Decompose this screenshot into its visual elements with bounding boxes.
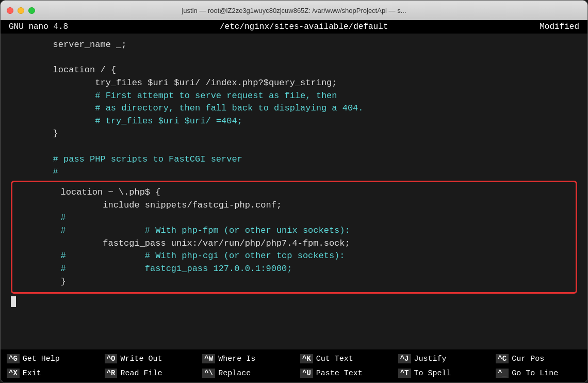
- shortcut-go-to-line[interactable]: ^_ Go To Line: [492, 366, 585, 380]
- code-line: }: [19, 276, 569, 289]
- shortcut-key: ^K: [300, 354, 313, 363]
- editor-area[interactable]: server_name _; location / { try_files $u…: [1, 34, 587, 349]
- nano-version: GNU nano 4.8: [9, 22, 68, 31]
- shortcut-label: To Spell: [414, 369, 451, 378]
- code-line: include snippets/fastcgi-php.conf;: [19, 199, 569, 212]
- close-button[interactable]: [7, 7, 13, 14]
- shortcut-group-4: ^K Cut Text ^U Paste Text: [294, 352, 392, 380]
- cursor-line: [11, 296, 577, 309]
- shortcut-label: Get Help: [23, 355, 60, 363]
- shortcut-group-3: ^W Where Is ^\ Replace: [196, 352, 294, 380]
- shortcut-to-spell[interactable]: ^T To Spell: [394, 366, 488, 380]
- window-title: justin — root@iZ2ze3g1wuyc80zjcuw865Z: /…: [182, 7, 406, 14]
- shortcut-cur-pos[interactable]: ^C Cur Pos: [492, 352, 585, 366]
- code-content: server_name _; location / { try_files $u…: [11, 39, 577, 309]
- shortcut-group-6: ^C Cur Pos ^_ Go To Line: [489, 352, 587, 380]
- shortcut-cut-text[interactable]: ^K Cut Text: [296, 352, 390, 366]
- shortcut-key: ^\: [202, 369, 215, 378]
- shortcut-key: ^O: [105, 354, 118, 363]
- shortcut-key: ^_: [496, 369, 509, 378]
- shortcut-label: Write Out: [120, 355, 162, 363]
- shortcut-exit[interactable]: ^X Exit: [3, 366, 96, 380]
- shortcut-label: Justify: [414, 355, 447, 363]
- code-line: # # With php-fpm (or other unix sockets)…: [19, 225, 569, 237]
- traffic-lights: [7, 7, 35, 14]
- shortcut-replace[interactable]: ^\ Replace: [198, 366, 292, 380]
- nano-status: Modified: [540, 22, 579, 31]
- code-line: try_files $uri $uri/ /index.php?$query_s…: [11, 77, 577, 90]
- shortcut-key: ^C: [496, 354, 509, 363]
- shortcut-key: ^G: [7, 354, 20, 363]
- code-line: # pass PHP scripts to FastCGI server: [11, 153, 577, 166]
- shortcut-label: Exit: [23, 369, 41, 378]
- shortcut-label: Cut Text: [316, 355, 353, 363]
- shortcut-group-1: ^G Get Help ^X Exit: [1, 352, 99, 380]
- shortcut-get-help: ^G Get Help: [3, 352, 96, 366]
- empty-line: [11, 52, 577, 65]
- shortcut-key: ^R: [105, 369, 118, 378]
- shortcut-key: ^J: [398, 354, 411, 363]
- code-line: fastcgi_pass unix:/var/run/php/php7.4-fp…: [19, 237, 569, 250]
- shortcut-label: Replace: [218, 369, 251, 378]
- shortcut-row-wrapper: ^G Get Help ^X Exit ^O Write Out ^R Read…: [1, 349, 587, 382]
- maximize-button[interactable]: [28, 7, 35, 14]
- code-line: # # With php-cgi (or other tcp sockets):: [19, 250, 569, 263]
- shortcut-key: ^T: [398, 369, 411, 378]
- minimize-button[interactable]: [18, 7, 24, 14]
- shortcut-write-out[interactable]: ^O Write Out: [101, 352, 194, 366]
- nano-filename: /etc/nginx/sites-available/default: [220, 22, 388, 31]
- code-line: # as directory, then fall back to displa…: [11, 102, 577, 115]
- nano-header: GNU nano 4.8 /etc/nginx/sites-available/…: [1, 20, 587, 34]
- shortcut-label: Cur Pos: [512, 355, 544, 363]
- code-line: }: [11, 127, 577, 140]
- shortcut-where-is[interactable]: ^W Where Is: [198, 352, 292, 366]
- code-line: #: [11, 166, 577, 179]
- shortcut-label: Go To Line: [512, 369, 558, 378]
- shortcut-justify[interactable]: ^J Justify: [394, 352, 488, 366]
- code-line: location ~ \.php$ {: [19, 186, 569, 199]
- title-bar: justin — root@iZ2ze3g1wuyc80zjcuw865Z: /…: [1, 1, 587, 20]
- shortcut-label: Paste Text: [316, 369, 363, 378]
- code-line: # First attempt to serve request as file…: [11, 90, 577, 103]
- cursor: [11, 296, 16, 307]
- highlighted-block: location ~ \.php$ { include snippets/fas…: [11, 181, 577, 294]
- shortcut-group-5: ^J Justify ^T To Spell: [392, 352, 490, 380]
- shortcut-bar: ^G Get Help ^X Exit ^O Write Out ^R Read…: [1, 349, 587, 382]
- terminal-window: justin — root@iZ2ze3g1wuyc80zjcuw865Z: /…: [0, 0, 588, 383]
- shortcut-key: ^W: [202, 354, 215, 363]
- code-line: location / {: [11, 64, 577, 77]
- shortcut-key: ^X: [7, 369, 20, 378]
- shortcut-label: Where Is: [218, 355, 255, 363]
- shortcut-group-2: ^O Write Out ^R Read File: [99, 352, 197, 380]
- code-line: server_name _;: [11, 39, 577, 52]
- code-line: # try_files $uri $uri/ =404;: [11, 115, 577, 128]
- shortcut-key: ^U: [300, 369, 313, 378]
- code-line: # fastcgi_pass 127.0.0.1:9000;: [19, 263, 569, 276]
- empty-line: [11, 140, 577, 153]
- shortcut-label: Read File: [120, 369, 162, 378]
- shortcut-paste-text[interactable]: ^U Paste Text: [296, 366, 390, 380]
- shortcut-read-file[interactable]: ^R Read File: [101, 366, 194, 380]
- code-line: #: [19, 212, 569, 225]
